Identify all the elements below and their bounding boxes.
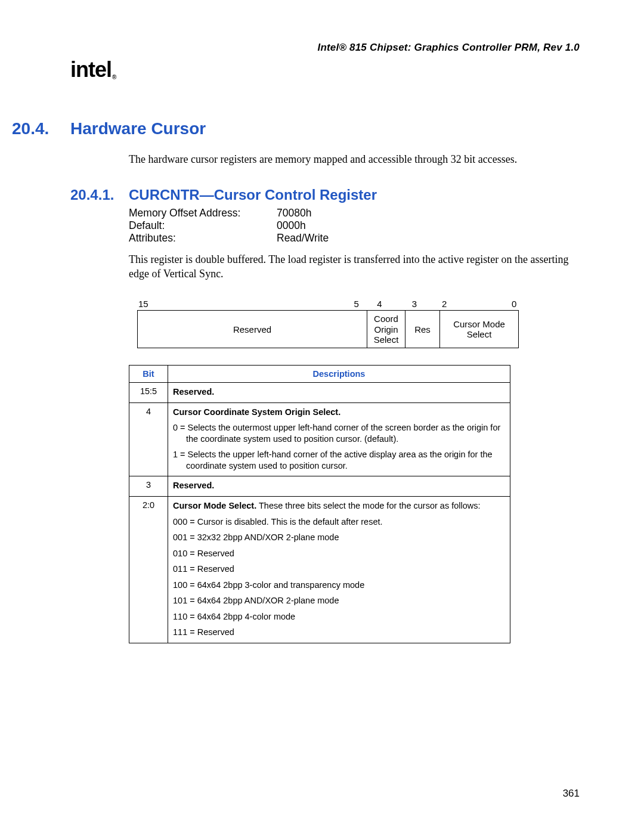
kv-value: 0000h — [277, 219, 306, 232]
kv-row: Default: 0000h — [129, 219, 580, 232]
td-bit: 15:5 — [129, 383, 168, 403]
logo-text: intel — [70, 57, 112, 82]
bit-label: 2 — [431, 299, 518, 309]
td-desc: Reserved. — [168, 383, 510, 403]
desc-line: 1 = Selects the upper left-hand corner o… — [173, 449, 505, 471]
page: Intel® 815 Chipset: Graphics Controller … — [0, 0, 644, 833]
section-heading: 20.4.Hardware Cursor — [12, 119, 580, 138]
kv-value: Read/Write — [277, 232, 329, 244]
kv-row: Memory Offset Address: 70080h — [129, 207, 580, 219]
td-bit: 2:0 — [129, 497, 168, 643]
th-desc: Descriptions — [168, 366, 510, 383]
subsection-heading: 20.4.1.CURCNTR—Cursor Control Register — [70, 187, 580, 203]
bit-label: 4 — [361, 299, 398, 309]
bit-description-table: Bit Descriptions 15:5 Reserved. 4 Cursor… — [129, 365, 510, 643]
desc-title: Reserved. — [173, 481, 214, 490]
td-bit: 3 — [129, 476, 168, 497]
register-properties: Memory Offset Address: 70080h Default: 0… — [129, 207, 580, 244]
table-header-row: Bit Descriptions — [129, 366, 510, 383]
subsection-title: CURCNTR—Cursor Control Register — [129, 187, 377, 203]
bit-label: 15 — [137, 299, 360, 309]
th-bit: Bit — [129, 366, 168, 383]
bit-boxes-row: Reserved Coord Origin Select Res Cursor … — [137, 310, 519, 348]
desc-tail: These three bits select the mode for the… — [256, 501, 480, 510]
bit-box-mode: Cursor Mode Select — [440, 310, 519, 348]
table-row: 4 Cursor Coordinate System Origin Select… — [129, 402, 510, 476]
table-row: 2:0 Cursor Mode Select. These three bits… — [129, 497, 510, 643]
kv-key: Memory Offset Address: — [129, 207, 277, 219]
desc-line: 0 = Selects the outermost upper left-han… — [173, 422, 505, 444]
kv-key: Attributes: — [129, 232, 277, 244]
kv-value: 70080h — [277, 207, 311, 219]
bitfield-diagram: 15 5 4 3 2 0 Reserved Coord Origin Selec… — [137, 299, 519, 348]
bit-box-reserved: Reserved — [137, 310, 367, 348]
desc-line: 110 = 64x64 2bpp 4-color mode — [173, 611, 505, 623]
bit-labels-row: 15 5 4 3 2 0 — [137, 299, 519, 309]
content-block: The hardware cursor registers are memory… — [129, 153, 580, 643]
td-desc: Cursor Mode Select. These three bits sel… — [168, 497, 510, 643]
desc-title: Cursor Mode Select. — [173, 501, 256, 510]
desc-line: 000 = Cursor is disabled. This is the de… — [173, 516, 505, 528]
bit-box-res: Res — [405, 310, 440, 348]
desc-line: 010 = Reserved — [173, 548, 505, 559]
section-number: 20.4. — [12, 119, 70, 138]
bit-label: 5 — [354, 299, 355, 309]
kv-key: Default: — [129, 219, 277, 232]
kv-row: Attributes: Read/Write — [129, 232, 580, 244]
bit-label: 0 — [512, 299, 513, 309]
desc-line: 011 = Reserved — [173, 563, 505, 575]
register-body: This register is double buffered. The lo… — [129, 253, 580, 281]
bit-box-coord: Coord Origin Select — [367, 310, 405, 348]
subsection-number: 20.4.1. — [70, 187, 129, 203]
table-row: 3 Reserved. — [129, 476, 510, 497]
desc-line: 111 = Reserved — [173, 627, 505, 638]
desc-title: Reserved. — [173, 387, 214, 397]
td-desc: Reserved. — [168, 476, 510, 497]
table-row: 15:5 Reserved. — [129, 383, 510, 403]
bit-label: 3 — [398, 299, 431, 309]
doc-header: Intel® 815 Chipset: Graphics Controller … — [70, 42, 580, 54]
desc-line: 100 = 64x64 2bpp 3-color and transparenc… — [173, 580, 505, 591]
td-desc: Cursor Coordinate System Origin Select. … — [168, 402, 510, 476]
registered-icon: ® — [112, 74, 116, 80]
intel-logo: intel® — [70, 57, 580, 82]
td-bit: 4 — [129, 402, 168, 476]
desc-title: Cursor Coordinate System Origin Select. — [173, 407, 340, 417]
section-title: Hardware Cursor — [70, 119, 206, 138]
desc-line: 101 = 64x64 2bpp AND/XOR 2-plane mode — [173, 595, 505, 606]
section-body: The hardware cursor registers are memory… — [129, 153, 580, 166]
page-number: 361 — [563, 788, 580, 800]
desc-line: 001 = 32x32 2bpp AND/XOR 2-plane mode — [173, 532, 505, 543]
